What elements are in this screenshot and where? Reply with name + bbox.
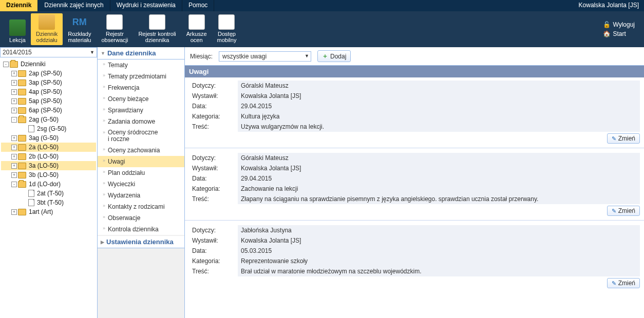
ribbon-rozklady[interactable]: RMRozkładymateriału xyxy=(63,13,96,45)
mid-item-frekwencja[interactable]: ››Frekwencja xyxy=(98,82,184,93)
ribbon-dziennik-oddzialu[interactable]: Dziennikoddziału xyxy=(31,13,63,45)
top-tab-pomoc[interactable]: Pomoc xyxy=(182,0,214,11)
mid-item-oceny-zachowania[interactable]: ››Oceny zachowania xyxy=(98,145,184,156)
mid-item-kontrola-dziennika[interactable]: ››Kontrola dziennika xyxy=(98,224,184,235)
mid-item-label: Kontrola dziennika xyxy=(108,226,159,233)
journal-data-menu: ››Tematy››Tematy przedmiotami››Frekwencj… xyxy=(98,59,184,235)
mid-panel-header-dane[interactable]: ▼ Dane dziennika xyxy=(98,47,184,59)
mid-item-kontakty-z-rodzicami[interactable]: ››Kontakty z rodzicami xyxy=(98,201,184,212)
logout-label: Wyloguj xyxy=(613,21,635,28)
tree-node-label: 2b (LO-50) xyxy=(29,153,59,160)
mid-item-zadania-domowe[interactable]: ››Zadania domowe xyxy=(98,116,184,127)
note-label-wystawil: Wystawił: xyxy=(189,163,238,173)
mid-item-label: Uwagi xyxy=(108,158,125,165)
mid-item-tematy-przedmiotami[interactable]: ››Tematy przedmiotami xyxy=(98,71,184,82)
expand-icon[interactable]: + xyxy=(11,163,17,169)
logout-link[interactable]: 🔓 Wyloguj xyxy=(603,21,635,28)
mid-item-wydarzenia[interactable]: ››Wydarzenia xyxy=(98,190,184,201)
ribbon-lekcja[interactable]: Lekcja xyxy=(4,13,31,45)
chevron-down-icon: ▼ xyxy=(90,50,94,55)
tree-node-label: 2a (LO-50) xyxy=(29,144,59,151)
mid-item-wycieczki[interactable]: ››Wycieczki xyxy=(98,178,184,190)
tree-node[interactable]: -1d (LO-dor) xyxy=(1,180,96,189)
note-label-data: Data: xyxy=(189,173,238,184)
tree-node[interactable]: +2b (LO-50) xyxy=(1,152,96,161)
lekcja-icon xyxy=(9,19,26,36)
pencil-icon: ✎ xyxy=(612,135,616,142)
edit-button-label: Zmień xyxy=(618,280,635,287)
chevron-right-icon: ›› xyxy=(103,203,105,210)
month-select[interactable]: wszystkie uwagi ▼ xyxy=(219,51,311,62)
tree-node[interactable]: +1art (Art) xyxy=(1,207,96,216)
expand-icon[interactable]: + xyxy=(11,98,17,104)
edit-note-button[interactable]: ✎Zmień xyxy=(607,133,640,144)
note-value-tresc: Brał udział w maratonie młodzieżowym na … xyxy=(238,266,640,276)
tree-node[interactable]: +5ap (SP-50) xyxy=(1,96,96,106)
tree-node[interactable]: +3ap (SP-50) xyxy=(1,78,96,87)
expand-icon[interactable]: + xyxy=(11,108,17,113)
tree-node[interactable]: 2at (T-50) xyxy=(1,189,96,198)
expand-icon[interactable]: + xyxy=(11,71,17,76)
mid-item-label: Tematy przedmiotami xyxy=(108,73,166,80)
home-icon: 🏠 xyxy=(603,30,611,37)
tree-node[interactable]: +2ap (SP-50) xyxy=(1,69,96,78)
tree-node-label: 1art (Art) xyxy=(29,208,53,215)
mid-item-label: Oceny zachowania xyxy=(108,147,160,154)
mid-item-oceny-bieżące[interactable]: ››Oceny bieżące xyxy=(98,93,184,105)
mid-item-tematy[interactable]: ››Tematy xyxy=(98,59,184,71)
mid-item-oceny-śródroczne[interactable]: ››Oceny śródrocznei roczne xyxy=(98,127,184,145)
tree-node[interactable]: -Dzienniki xyxy=(1,59,96,69)
note-label-tresc: Treść: xyxy=(189,194,238,204)
chevron-right-icon: ›› xyxy=(103,84,105,91)
top-tab-dziennik-zaj-innych[interactable]: Dziennik zajęć innych xyxy=(38,0,110,11)
tree-node[interactable]: -2ag (G-50) xyxy=(1,115,96,124)
edit-note-button[interactable]: ✎Zmień xyxy=(607,206,640,216)
chevron-right-icon: ›› xyxy=(103,62,105,69)
ribbon-rejestr-obserwacji[interactable]: Rejestrobserwacji xyxy=(96,13,133,45)
mid-item-sprawdziany[interactable]: ››Sprawdziany xyxy=(98,105,184,116)
tree-node[interactable]: +4ap (SP-50) xyxy=(1,87,96,96)
collapse-icon[interactable]: - xyxy=(11,117,17,123)
tree-node[interactable]: 3bt (T-50) xyxy=(1,198,96,207)
current-user: Kowalska Jolanta [JS] xyxy=(574,0,644,11)
edit-note-button[interactable]: ✎Zmień xyxy=(607,278,640,288)
ribbon-arkusze-ocen[interactable]: Arkuszeocen xyxy=(181,13,212,45)
folder-icon xyxy=(18,89,26,95)
tree-node[interactable]: +3a (LO-50) xyxy=(1,161,96,170)
ribbon-rejestr-kontroli[interactable]: Rejestr kontrolidziennika xyxy=(133,13,181,45)
top-tab-dziennik[interactable]: Dziennik xyxy=(0,0,38,11)
collapse-icon[interactable]: - xyxy=(11,182,17,187)
tree-node[interactable]: +3b (LO-50) xyxy=(1,170,96,180)
expand-icon[interactable]: + xyxy=(11,135,17,141)
top-tab-bar: DziennikDziennik zajęć innychWydruki i z… xyxy=(0,0,644,11)
note-value-kategoria: Zachowanie na lekcji xyxy=(238,184,640,194)
expand-icon[interactable]: + xyxy=(11,80,17,86)
note-value-data: 29.04.2015 xyxy=(238,173,640,184)
mid-panel-header-ustawienia[interactable]: ▶ Ustawienia dziennika xyxy=(98,236,184,248)
folder-icon xyxy=(18,135,26,142)
file-icon xyxy=(28,190,34,197)
note-label-kategoria: Kategoria: xyxy=(189,256,238,266)
tree-node[interactable]: +3ag (G-50) xyxy=(1,133,96,143)
year-value: 2014/2015 xyxy=(3,49,32,56)
mid-item-label: Wydarzenia xyxy=(108,192,140,199)
expand-icon[interactable]: + xyxy=(11,209,17,215)
collapse-icon[interactable]: - xyxy=(3,62,9,67)
add-button[interactable]: ＋ Dodaj xyxy=(317,50,351,62)
folder-icon xyxy=(10,61,18,68)
expand-icon[interactable]: + xyxy=(11,154,17,160)
expand-icon[interactable]: + xyxy=(11,145,17,150)
expand-icon[interactable]: + xyxy=(11,89,17,95)
tree-node[interactable]: +6ap (SP-50) xyxy=(1,106,96,115)
mid-item-plan-oddziału[interactable]: ››Plan oddziału xyxy=(98,167,184,178)
ribbon-dostep-mobilny[interactable]: Dostępmobilny xyxy=(212,13,242,45)
year-select[interactable]: 2014/2015 ▼ xyxy=(0,47,97,57)
mid-item-uwagi[interactable]: ››Uwagi xyxy=(98,156,184,167)
tree-node[interactable]: 2sg (G-50) xyxy=(1,124,96,133)
top-tab-wydruki-i-zestawienia[interactable]: Wydruki i zestawienia xyxy=(110,0,182,11)
expand-icon[interactable]: + xyxy=(11,172,17,178)
classes-tree: -Dzienniki+2ap (SP-50)+3ap (SP-50)+4ap (… xyxy=(0,57,97,218)
mid-item-obserwacje[interactable]: ››Obserwacje xyxy=(98,212,184,224)
start-link[interactable]: 🏠 Start xyxy=(603,30,635,37)
tree-node[interactable]: +2a (LO-50) xyxy=(1,143,96,152)
